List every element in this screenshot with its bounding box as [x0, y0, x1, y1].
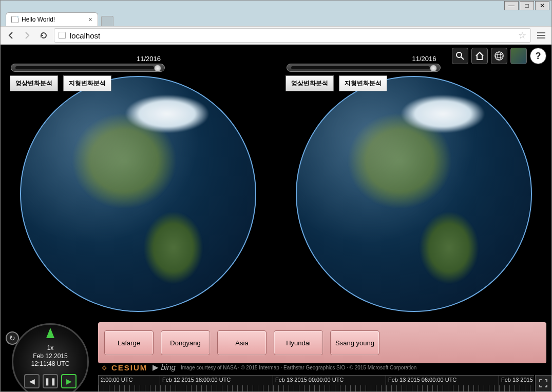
svg-point-3	[495, 54, 503, 57]
url-input[interactable]	[70, 31, 514, 40]
page-icon	[11, 16, 18, 23]
company-button-lafarge[interactable]: Lafarge	[104, 330, 154, 355]
right-globe-panel: 11/2016 영상변화분석 지형변화분석	[276, 45, 552, 322]
url-page-icon	[59, 32, 66, 39]
left-date-label: 11/2016	[11, 55, 165, 63]
animation-widget: ↻ 1x Feb 12 2015 12:11:48 UTC ◀ ❚❚ ▶	[5, 325, 94, 389]
maximize-button[interactable]: □	[520, 1, 534, 10]
credit-text: Image courtesy of NASA · © 2015 Intermap…	[181, 365, 416, 370]
right-date-slider[interactable]: 11/2016	[287, 55, 441, 72]
left-globe-panel: 11/2016 영상변화분석 지형변화분석	[1, 45, 276, 322]
company-button-dongyang[interactable]: Dongyang	[161, 330, 210, 355]
address-bar: ☆	[1, 26, 551, 45]
menu-button[interactable]	[535, 29, 547, 42]
imagery-picker-icon[interactable]	[510, 48, 527, 64]
timeline-tick: 2:00:00 UTC	[98, 376, 160, 391]
left-terrain-analysis-button[interactable]: 지형변화분석	[63, 75, 111, 91]
minimize-button[interactable]: —	[504, 1, 519, 10]
globe-split-area: 11/2016 영상변화분석 지형변화분석 11/2016 영상변화	[1, 45, 551, 322]
tab-strip: Hello World! ×	[1, 11, 551, 26]
timeline-tick: Feb 13 2015 00:00:00 UTC	[273, 376, 386, 391]
company-bar: Lafarge Dongyang Asia Hyundai Ssang youn…	[98, 322, 546, 363]
bookmark-star-icon[interactable]: ☆	[518, 30, 526, 41]
credit-bar: ◇ CESIUM ▶ bing Image courtesy of NASA ·…	[102, 363, 416, 372]
left-image-analysis-button[interactable]: 영상변화분석	[10, 75, 58, 91]
browser-tab[interactable]: Hello World! ×	[6, 12, 98, 26]
clock-needle-icon	[46, 328, 54, 338]
left-slider-track[interactable]	[11, 64, 165, 72]
forward-button[interactable]	[21, 29, 33, 42]
cesium-logo-text: CESIUM	[111, 363, 147, 372]
right-date-label: 11/2016	[287, 55, 441, 63]
fullscreen-button[interactable]	[535, 375, 551, 391]
bottom-panel: Lafarge Dongyang Asia Hyundai Ssang youn…	[1, 322, 551, 391]
timeline-tick: Feb 12 2015 18:00:00 UTC	[160, 376, 273, 391]
clock-readout: 1x Feb 12 2015 12:11:48 UTC	[13, 344, 87, 368]
svg-point-0	[456, 52, 462, 57]
url-box[interactable]: ☆	[54, 28, 531, 43]
back-button[interactable]	[5, 29, 17, 42]
viewer-toolbar: ?	[452, 48, 546, 64]
right-slider-thumb[interactable]	[430, 65, 437, 72]
right-slider-track[interactable]	[287, 64, 441, 72]
company-button-hyundai[interactable]: Hyundai	[274, 330, 323, 355]
globe-icon[interactable]	[491, 48, 507, 64]
left-slider-thumb[interactable]	[154, 65, 161, 72]
svg-point-2	[495, 52, 503, 60]
company-button-asia[interactable]: Asia	[217, 330, 267, 355]
pause-button[interactable]: ❚❚	[43, 374, 58, 388]
timeline-tick: Feb 13 2015 06:00:00 UTC	[386, 376, 499, 391]
cesium-viewport: ? 11/2016 영상변화분석 지형변화분석	[1, 45, 551, 391]
svg-point-4	[498, 52, 501, 60]
clock-date: Feb 12 2015	[13, 352, 87, 361]
play-forward-button[interactable]: ▶	[61, 374, 77, 388]
right-terrain-analysis-button[interactable]: 지형변화분석	[339, 75, 387, 91]
cesium-logo-icon: ◇	[102, 364, 106, 371]
left-globe[interactable]	[20, 76, 256, 312]
close-window-button[interactable]: ✕	[535, 1, 549, 10]
reload-button[interactable]	[37, 29, 50, 42]
timeline-tick: Feb 13 2015 1	[499, 376, 534, 391]
company-button-ssangyoung[interactable]: Ssang young	[330, 330, 379, 355]
clock-time: 12:11:48 UTC	[13, 360, 87, 368]
play-reverse-button[interactable]: ◀	[24, 374, 40, 388]
home-icon[interactable]	[471, 48, 488, 64]
tab-close-button[interactable]: ×	[88, 15, 92, 24]
right-globe[interactable]	[296, 76, 532, 312]
play-controls: ◀ ❚❚ ▶	[24, 374, 77, 388]
help-icon[interactable]: ?	[530, 48, 546, 64]
window-titlebar: — □ ✕	[1, 1, 551, 11]
search-icon[interactable]	[452, 48, 468, 64]
new-tab-button[interactable]	[101, 16, 113, 26]
left-date-slider[interactable]: 11/2016	[11, 55, 165, 72]
timeline[interactable]: 2:00:00 UTC Feb 12 2015 18:00:00 UTC Feb…	[98, 375, 534, 391]
clock-speed: 1x	[13, 344, 87, 352]
bing-logo-text: ▶ bing	[153, 363, 176, 372]
right-image-analysis-button[interactable]: 영상변화분석	[285, 75, 334, 91]
svg-line-1	[461, 57, 464, 60]
tab-title: Hello World!	[22, 16, 55, 23]
